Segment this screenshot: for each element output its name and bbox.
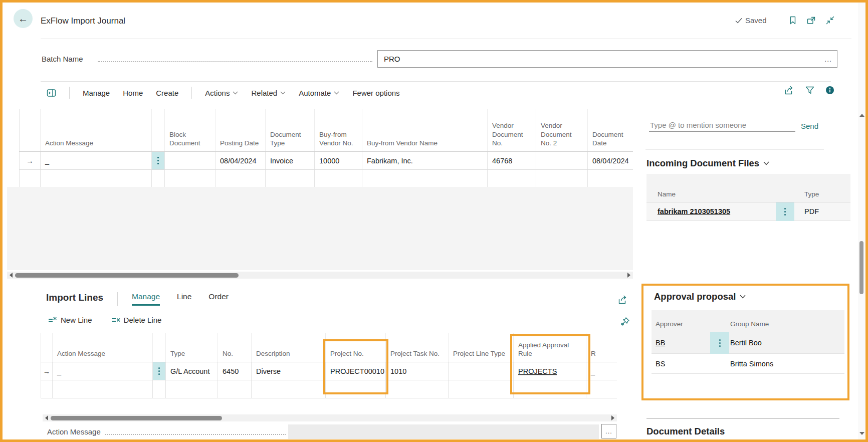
column-header-approver[interactable]: Approver (652, 320, 710, 332)
cell-vendor-document-no-2[interactable] (536, 152, 588, 169)
cell-buy-from-vendor-name[interactable]: Fabrikam, Inc. (362, 152, 488, 169)
cell-buy-from-vendor-no[interactable] (315, 170, 362, 187)
cell-type[interactable] (166, 380, 218, 398)
tab-order[interactable]: Order (208, 292, 229, 306)
column-header-vendor-document-no[interactable]: Vendor Document No. (488, 109, 536, 151)
column-header-type[interactable]: Type (794, 190, 819, 202)
cell-vendor-document-no-2[interactable] (536, 170, 588, 187)
switch-pane-icon[interactable] (47, 89, 56, 97)
cell-type[interactable]: G/L Account (166, 362, 218, 380)
cell-partial[interactable]: _ (586, 362, 617, 380)
cell-applied-approval-rule[interactable]: PROJECTS (514, 362, 586, 380)
footer-action-message-field[interactable] (288, 424, 599, 439)
scroll-left-arrow[interactable] (10, 273, 13, 278)
column-header-applied-approval-rule[interactable]: Applied Approval Rule (514, 333, 586, 362)
cell-vendor-document-no[interactable]: 46768 (488, 152, 536, 169)
pin-icon[interactable] (620, 317, 630, 326)
group-name-cell[interactable]: Britta Simons (729, 360, 773, 368)
cell-applied-approval-rule[interactable] (514, 380, 586, 398)
cell-description[interactable] (252, 380, 326, 398)
filter-icon[interactable] (805, 86, 814, 95)
tab-manage[interactable]: Manage (132, 292, 160, 306)
column-header-action-message[interactable]: Action Message (41, 109, 152, 151)
cell-document-type[interactable] (266, 170, 315, 187)
column-header-no[interactable]: No. (218, 333, 252, 362)
menu-home[interactable]: Home (123, 89, 143, 97)
approval-proposal-heading[interactable]: Approval proposal (654, 291, 746, 302)
cell-description[interactable]: Diverse (252, 362, 326, 380)
open-in-new-window-icon[interactable] (806, 15, 817, 26)
cell-posting-date[interactable]: 08/04/2024 (215, 152, 266, 169)
scrollbar-thumb[interactable] (859, 241, 863, 294)
document-details-heading[interactable]: Document Details (646, 426, 725, 437)
row-selector[interactable] (41, 380, 53, 398)
share-icon[interactable] (784, 86, 794, 95)
menu-related[interactable]: Related (251, 89, 286, 97)
back-button[interactable]: ← (14, 9, 33, 28)
cell-ellipsis[interactable] (152, 170, 165, 187)
cell-block-document[interactable] (165, 170, 215, 187)
new-line-button[interactable]: New Line (48, 316, 92, 324)
cell-project-no[interactable]: PROJECT00010 (326, 362, 386, 380)
column-header-name[interactable]: Name (646, 190, 776, 202)
scroll-right-arrow[interactable] (611, 415, 614, 420)
batch-assist-button[interactable]: ... (819, 55, 837, 63)
row-selector[interactable] (19, 170, 41, 187)
scrollbar-thumb[interactable] (51, 416, 222, 420)
column-header-project-task-no[interactable]: Project Task No. (386, 333, 449, 362)
scroll-up-arrow[interactable] (859, 114, 864, 117)
column-header-block-document[interactable]: Block Document (165, 109, 215, 151)
cell-document-type[interactable]: Invoice (266, 152, 315, 169)
import-lines-horizontal-scrollbar[interactable] (43, 414, 617, 421)
menu-automate[interactable]: Automate (299, 89, 339, 97)
menu-create[interactable]: Create (156, 89, 178, 97)
cell-posting-date[interactable] (215, 170, 266, 187)
cell-document-date[interactable]: 08/04/2024 (588, 152, 633, 169)
cell-block-document[interactable] (165, 152, 215, 169)
journal-horizontal-scrollbar[interactable] (7, 272, 633, 279)
delete-line-button[interactable]: Delete Line (111, 316, 162, 324)
column-header-type[interactable]: Type (166, 333, 218, 362)
batch-name-input[interactable] (378, 55, 819, 63)
cell-buy-from-vendor-no[interactable]: 10000 (315, 152, 362, 169)
info-icon[interactable] (825, 86, 834, 95)
row-selector[interactable]: → (41, 362, 53, 380)
column-header-project-no[interactable]: Project No. (326, 333, 386, 362)
column-header-group-name[interactable]: Group Name (729, 320, 769, 332)
menu-actions[interactable]: Actions (205, 89, 238, 97)
batch-name-field[interactable]: ... (377, 50, 837, 68)
bookmark-icon[interactable] (787, 15, 798, 26)
cell-project-line-type[interactable] (449, 380, 514, 398)
column-header-document-date[interactable]: Document Date (588, 109, 633, 151)
column-header-partial[interactable]: R (586, 333, 617, 362)
approver-cell[interactable]: BS (652, 360, 710, 368)
scroll-left-arrow[interactable] (45, 415, 48, 420)
scroll-down-arrow[interactable] (859, 432, 864, 435)
footer-assist-button[interactable]: ... (601, 424, 616, 438)
comment-input[interactable] (649, 119, 795, 132)
fewer-options-button[interactable]: Fewer options (352, 89, 399, 97)
column-header-buy-from-vendor-name[interactable]: Buy-from Vendor Name (362, 109, 488, 151)
cell-no[interactable] (218, 380, 252, 398)
scrollbar-thumb[interactable] (15, 273, 239, 278)
cell-ellipsis[interactable] (153, 380, 166, 398)
cell-project-line-type[interactable] (449, 362, 514, 380)
cell-partial[interactable] (586, 380, 617, 398)
row-ellipsis-button[interactable] (710, 332, 729, 354)
approver-cell[interactable]: BB (652, 339, 710, 347)
row-ellipsis-button[interactable] (776, 202, 794, 221)
send-button[interactable]: Send (801, 122, 818, 130)
cell-buy-from-vendor-name[interactable] (362, 170, 488, 187)
file-name-link[interactable]: fabrikam 2103051305 (646, 207, 776, 215)
row-ellipsis-button[interactable] (153, 362, 166, 380)
cell-vendor-document-no[interactable] (488, 170, 536, 187)
column-header-action-message[interactable]: Action Message (53, 333, 153, 362)
column-header-description[interactable]: Description (252, 333, 326, 362)
cell-project-task-no[interactable]: 1010 (386, 362, 449, 380)
column-header-buy-from-vendor-no[interactable]: Buy-from Vendor No. (315, 109, 362, 151)
row-selector[interactable]: → (19, 152, 41, 169)
cell-document-date[interactable] (588, 170, 633, 187)
collapse-icon[interactable] (824, 15, 835, 26)
page-vertical-scrollbar[interactable] (858, 3, 865, 439)
column-header-document-type[interactable]: Document Type (266, 109, 315, 151)
